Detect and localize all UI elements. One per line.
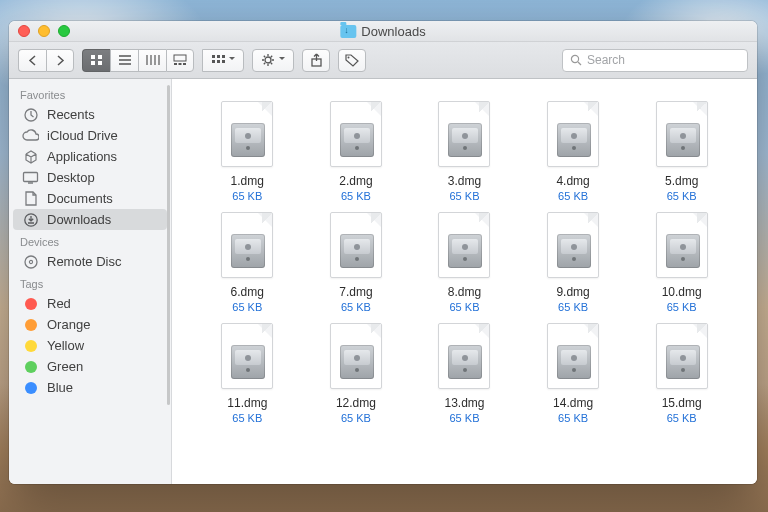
search-input[interactable]	[587, 53, 740, 67]
file-item[interactable]: 8.dmg65 KB	[415, 212, 514, 313]
tag-dot-icon	[22, 317, 39, 332]
file-item[interactable]: 15.dmg65 KB	[632, 323, 731, 424]
sidebar-item-label: Downloads	[47, 212, 111, 227]
file-item[interactable]: 6.dmg65 KB	[198, 212, 297, 313]
file-size: 65 KB	[667, 412, 697, 424]
action-button[interactable]	[252, 49, 294, 72]
sidebar-item-recents[interactable]: Recents	[9, 104, 171, 125]
forward-button[interactable]	[46, 49, 74, 72]
sidebar-item-applications[interactable]: Applications	[9, 146, 171, 167]
tags-button[interactable]	[338, 49, 366, 72]
view-list-button[interactable]	[110, 49, 138, 72]
file-item[interactable]: 7.dmg65 KB	[307, 212, 406, 313]
file-name: 13.dmg	[444, 396, 484, 410]
file-size: 65 KB	[558, 412, 588, 424]
dmg-file-icon	[438, 323, 490, 389]
svg-rect-8	[212, 55, 215, 58]
sidebar-item-green[interactable]: Green	[9, 356, 171, 377]
sidebar-item-orange[interactable]: Orange	[9, 314, 171, 335]
svg-rect-11	[212, 60, 215, 63]
svg-point-17	[571, 55, 578, 62]
svg-rect-7	[183, 63, 186, 65]
finder-window: Downloads FavoritesRecentsiCloud DriveAp…	[9, 21, 757, 484]
sidebar-item-documents[interactable]: Documents	[9, 188, 171, 209]
sidebar-item-label: iCloud Drive	[47, 128, 118, 143]
file-item[interactable]: 3.dmg65 KB	[415, 101, 514, 202]
view-icons-button[interactable]	[82, 49, 110, 72]
search-icon	[570, 54, 582, 66]
svg-point-16	[348, 56, 350, 58]
sidebar-item-label: Red	[47, 296, 71, 311]
sidebar-item-remote-disc[interactable]: Remote Disc	[9, 251, 171, 272]
sidebar-item-blue[interactable]: Blue	[9, 377, 171, 398]
file-item[interactable]: 11.dmg65 KB	[198, 323, 297, 424]
sidebar-item-icloud-drive[interactable]: iCloud Drive	[9, 125, 171, 146]
file-size: 65 KB	[341, 301, 371, 313]
svg-rect-10	[222, 55, 225, 58]
sidebar-item-label: Recents	[47, 107, 95, 122]
file-size: 65 KB	[558, 301, 588, 313]
file-item[interactable]: 14.dmg65 KB	[524, 323, 623, 424]
svg-rect-0	[91, 55, 95, 59]
minimize-button[interactable]	[38, 25, 50, 37]
view-gallery-button[interactable]	[166, 49, 194, 72]
file-name: 9.dmg	[556, 285, 589, 299]
dmg-file-icon	[221, 212, 273, 278]
dmg-file-icon	[330, 323, 382, 389]
dmg-file-icon	[330, 101, 382, 167]
file-name: 10.dmg	[662, 285, 702, 299]
sidebar-header: Favorites	[9, 83, 171, 104]
file-size: 65 KB	[232, 412, 262, 424]
folder-icon	[340, 25, 356, 38]
file-item[interactable]: 2.dmg65 KB	[307, 101, 406, 202]
search-field[interactable]	[562, 49, 748, 72]
tag-dot-icon	[22, 380, 39, 395]
arrange-button[interactable]	[202, 49, 244, 72]
file-item[interactable]: 9.dmg65 KB	[524, 212, 623, 313]
clock-icon	[22, 107, 39, 122]
view-columns-button[interactable]	[138, 49, 166, 72]
sidebar-item-yellow[interactable]: Yellow	[9, 335, 171, 356]
sidebar-item-desktop[interactable]: Desktop	[9, 167, 171, 188]
dmg-file-icon	[547, 212, 599, 278]
titlebar[interactable]: Downloads	[9, 21, 757, 42]
window-title-text: Downloads	[361, 24, 425, 39]
file-size: 65 KB	[232, 301, 262, 313]
file-item[interactable]: 1.dmg65 KB	[198, 101, 297, 202]
file-size: 65 KB	[558, 190, 588, 202]
svg-rect-19	[24, 173, 38, 182]
file-item[interactable]: 5.dmg65 KB	[632, 101, 731, 202]
sidebar-item-label: Green	[47, 359, 83, 374]
documents-icon	[22, 191, 39, 206]
content-area[interactable]: 1.dmg65 KB2.dmg65 KB3.dmg65 KB4.dmg65 KB…	[172, 79, 757, 484]
dmg-file-icon	[438, 101, 490, 167]
dmg-file-icon	[656, 101, 708, 167]
sidebar-item-downloads[interactable]: Downloads	[13, 209, 167, 230]
file-item[interactable]: 10.dmg65 KB	[632, 212, 731, 313]
file-name: 8.dmg	[448, 285, 481, 299]
back-button[interactable]	[18, 49, 46, 72]
svg-point-21	[25, 256, 37, 268]
dmg-file-icon	[656, 323, 708, 389]
sidebar-item-red[interactable]: Red	[9, 293, 171, 314]
file-item[interactable]: 4.dmg65 KB	[524, 101, 623, 202]
traffic-lights	[18, 25, 70, 37]
file-item[interactable]: 13.dmg65 KB	[415, 323, 514, 424]
maximize-button[interactable]	[58, 25, 70, 37]
sidebar-header: Tags	[9, 272, 171, 293]
cloud-icon	[22, 128, 39, 143]
share-button[interactable]	[302, 49, 330, 72]
file-name: 3.dmg	[448, 174, 481, 188]
sidebar-item-label: Documents	[47, 191, 113, 206]
arrange-segment	[202, 49, 244, 72]
svg-point-22	[29, 260, 32, 263]
sidebar-item-label: Desktop	[47, 170, 95, 185]
svg-rect-1	[98, 55, 102, 59]
dmg-file-icon	[221, 323, 273, 389]
file-item[interactable]: 12.dmg65 KB	[307, 323, 406, 424]
view-segment	[82, 49, 194, 72]
sidebar-item-label: Orange	[47, 317, 90, 332]
close-button[interactable]	[18, 25, 30, 37]
apps-icon	[22, 149, 39, 164]
desktop-icon	[22, 170, 39, 185]
